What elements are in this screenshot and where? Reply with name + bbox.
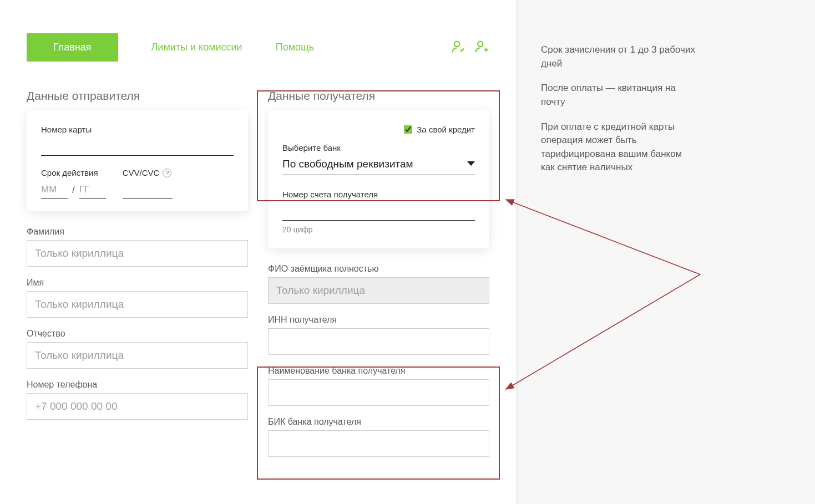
expiry-label: Срок действия <box>41 168 106 177</box>
account-input[interactable] <box>282 202 475 221</box>
patronymic-label: Отчество <box>27 329 248 339</box>
recipient-column: Данные получателя За свой кредит Выберит… <box>268 89 489 468</box>
cvc-input[interactable] <box>123 181 173 199</box>
expiry-mm-input[interactable] <box>41 181 68 199</box>
name-label: Имя <box>27 278 248 288</box>
bik-input[interactable] <box>268 430 489 457</box>
card-number-input[interactable] <box>41 138 234 156</box>
chevron-down-icon <box>467 158 475 170</box>
surname-input[interactable] <box>27 240 248 267</box>
name-input[interactable] <box>27 291 248 318</box>
bank-name-label: Наименование банка получателя <box>268 366 489 376</box>
bank-select-value: По свободным реквизитам <box>282 158 413 170</box>
patronymic-input[interactable] <box>27 342 248 369</box>
account-hint: 20 цифр <box>282 225 475 234</box>
bik-label: БИК банка получателя <box>268 417 489 427</box>
account-label: Номер счета получателя <box>282 190 475 199</box>
help-icon[interactable]: ? <box>163 169 171 177</box>
side-p3: При оплате с кредитной карты операция мо… <box>541 120 696 175</box>
fio-label: ФИО заёмщика полностью <box>268 264 489 274</box>
card-number-label: Номер карты <box>41 125 234 134</box>
nav-help-link[interactable]: Помощь <box>276 42 315 53</box>
nav-bar: Главная Лимиты и комиссии Помощь <box>27 33 489 62</box>
nav-main-button[interactable]: Главная <box>27 33 118 62</box>
bank-name-input[interactable] <box>268 379 489 406</box>
phone-label: Номер телефона <box>27 380 248 390</box>
svg-point-0 <box>454 41 459 46</box>
nav-limits-link[interactable]: Лимиты и комиссии <box>151 42 242 53</box>
sender-column: Данные отправителя Номер карты Срок дейс… <box>27 89 248 468</box>
bank-select[interactable]: По свободным реквизитам <box>282 156 475 175</box>
own-credit-label: За свой кредит <box>417 125 475 134</box>
side-p1: Срок зачисления от 1 до 3 рабочих дней <box>541 43 696 70</box>
expiry-yy-input[interactable] <box>79 181 106 199</box>
bank-select-label: Выберите банк <box>282 143 475 152</box>
own-credit-checkbox[interactable] <box>404 125 412 134</box>
svg-line-2 <box>506 200 700 274</box>
expiry-separator: / <box>72 185 75 199</box>
recipient-title: Данные получателя <box>268 89 489 103</box>
sender-card: Номер карты Срок действия / C <box>27 110 248 211</box>
svg-line-3 <box>506 274 700 389</box>
main-panel: Главная Лимиты и комиссии Помощь Данные … <box>0 0 516 504</box>
recipient-card: За свой кредит Выберите банк По свободны… <box>268 110 489 248</box>
user-check-icon[interactable] <box>450 39 466 57</box>
inn-label: ИНН получателя <box>268 315 489 325</box>
user-add-icon[interactable] <box>474 39 489 57</box>
fio-input[interactable] <box>268 277 489 304</box>
cvc-label: CVV/CVC <box>123 168 160 177</box>
side-info: Срок зачисления от 1 до 3 рабочих дней П… <box>541 43 696 186</box>
surname-label: Фамилия <box>27 227 248 237</box>
sender-title: Данные отправителя <box>27 89 248 103</box>
side-p2: После оплаты — квитанция на почту <box>541 82 696 109</box>
inn-input[interactable] <box>268 328 489 355</box>
own-credit-checkbox-row[interactable]: За свой кредит <box>282 125 475 134</box>
svg-point-1 <box>478 41 483 46</box>
phone-input[interactable] <box>27 393 248 420</box>
